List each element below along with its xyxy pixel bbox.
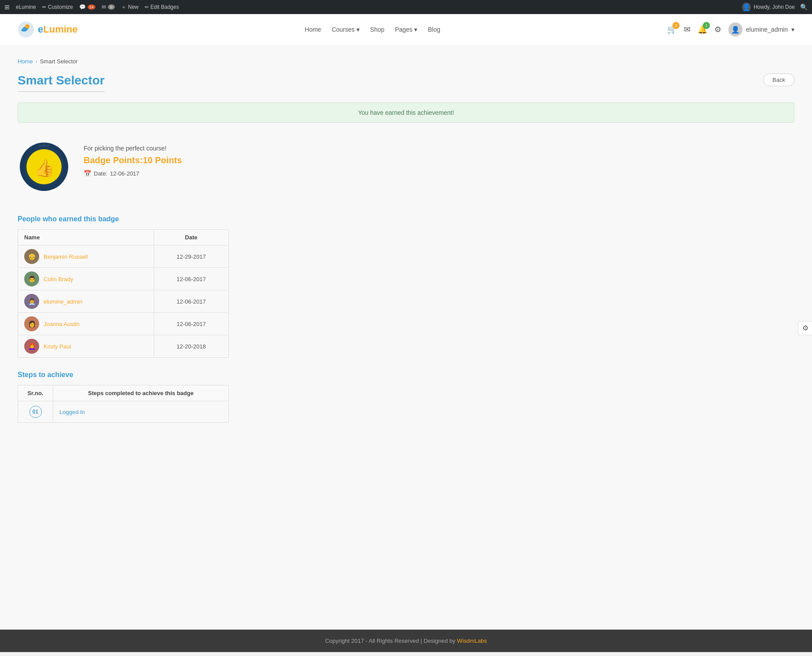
user-avatar: 👨: [24, 271, 39, 286]
back-button[interactable]: Back: [763, 73, 794, 86]
badge-graphic: 👍: [18, 140, 70, 193]
site-header: eLumine Home Courses ▾ Shop Pages ▾ Blog…: [0, 14, 812, 45]
table-row: 👨 Colin Brady 12-06-2017: [18, 268, 229, 290]
user-dropdown-icon: ▾: [791, 26, 794, 33]
badge-info: For picking the perfect course! Badge Po…: [84, 140, 794, 177]
user-name-link[interactable]: Joanna Austin: [44, 321, 80, 327]
cart-button[interactable]: 🛒 3: [667, 25, 677, 34]
floating-settings-button[interactable]: ⚙: [798, 321, 812, 335]
breadcrumb: Home › Smart Selector: [18, 58, 794, 65]
admin-site-name[interactable]: eLumine: [16, 4, 36, 10]
user-avatar: 👴: [24, 249, 39, 264]
logo-text: eLumine: [38, 24, 77, 35]
nav-blog[interactable]: Blog: [428, 26, 440, 33]
row-date: 12-29-2017: [154, 246, 228, 268]
people-section-title: People who earned this badge: [18, 215, 794, 223]
notifications-button[interactable]: 🔔 1: [698, 25, 707, 34]
row-date: 12-06-2017: [154, 313, 228, 335]
main-nav: Home Courses ▾ Shop Pages ▾ Blog: [305, 26, 440, 33]
notifications-badge: 1: [703, 22, 710, 29]
user-cell: 👩‍🦰 Kristy Paul: [24, 339, 147, 354]
user-cell: 👨 Colin Brady: [24, 271, 147, 286]
admin-new[interactable]: ＋ New: [121, 4, 139, 11]
col-date: Date: [154, 230, 228, 246]
table-row: 👨‍💼 elumine_admin 12-06-2017: [18, 290, 229, 313]
wp-icon: ⊞: [4, 4, 10, 11]
breadcrumb-separator: ›: [36, 59, 37, 65]
step-number: 01: [29, 406, 42, 418]
admin-edit-badges[interactable]: ✏ Edit Badges: [145, 4, 179, 10]
table-row: 👩 Joanna Austin 12-06-2017: [18, 313, 229, 335]
breadcrumb-home[interactable]: Home: [18, 58, 33, 65]
user-menu[interactable]: 👤 elumine_admin ▾: [728, 22, 794, 37]
admin-howdy[interactable]: 👤 Howdy, John Doe: [742, 3, 795, 11]
badge-section: 👍 For picking the perfect course! Badge …: [18, 132, 794, 202]
step-link[interactable]: Logged In: [59, 409, 85, 415]
steps-section: Steps to achieve Sr.no. Steps completed …: [18, 371, 794, 423]
admin-messages[interactable]: ✉ 0: [102, 4, 115, 10]
user-name-link[interactable]: Benjamin Russell: [44, 253, 88, 260]
user-name-link[interactable]: Kristy Paul: [44, 343, 71, 350]
nav-courses[interactable]: Courses ▾: [332, 26, 360, 33]
user-name-link[interactable]: elumine_admin: [44, 298, 82, 305]
user-avatar: 👩: [24, 316, 39, 331]
row-date: 12-06-2017: [154, 268, 228, 290]
col-srno: Sr.no.: [18, 385, 53, 401]
user-avatar: 👩‍🦰: [24, 339, 39, 354]
user-name: elumine_admin: [746, 26, 788, 33]
table-row: 👩‍🦰 Kristy Paul 12-20-2018: [18, 335, 229, 358]
footer-text: Copyright 2017 - All Rights Reserved | D…: [325, 638, 457, 644]
nav-actions: 🛒 3 ✉ 🔔 1 ⚙ 👤 elumine_admin ▾: [667, 22, 794, 37]
badge-date: 📅 Date: 12-06-2017: [84, 170, 794, 177]
achievement-banner: You have earned this achievement!: [18, 103, 794, 123]
user-cell: 👩 Joanna Austin: [24, 316, 147, 331]
wp-logo[interactable]: ⊞: [4, 4, 10, 11]
site-logo[interactable]: eLumine: [18, 21, 77, 38]
mail-button[interactable]: ✉: [684, 25, 691, 34]
user-cell: 👨‍💼 elumine_admin: [24, 294, 147, 309]
main-content: Home › Smart Selector Smart Selector Bac…: [0, 45, 812, 630]
badge-points: Badge Points:10 Points: [84, 155, 794, 165]
nav-home[interactable]: Home: [305, 26, 321, 33]
wp-admin-bar: ⊞ eLumine ✏ Customize 💬 24 ✉ 0 ＋ New ✏ E…: [0, 0, 812, 14]
row-date: 12-20-2018: [154, 335, 228, 358]
row-date: 12-06-2017: [154, 290, 228, 313]
admin-comments[interactable]: 💬 24: [79, 4, 96, 10]
user-avatar: 👤: [728, 22, 742, 37]
col-name: Name: [18, 230, 154, 246]
people-section: People who earned this badge Name Date 👴…: [18, 215, 794, 358]
user-cell: 👴 Benjamin Russell: [24, 249, 147, 264]
col-steps: Steps completed to achieve this badge: [53, 385, 229, 401]
svg-point-1: [25, 24, 29, 29]
table-row: 👴 Benjamin Russell 12-29-2017: [18, 246, 229, 268]
admin-customize[interactable]: ✏ Customize: [42, 4, 73, 10]
badge-subtitle: For picking the perfect course!: [84, 145, 794, 152]
svg-text:👍: 👍: [34, 158, 55, 178]
nav-pages[interactable]: Pages ▾: [395, 26, 418, 33]
courses-dropdown-icon: ▾: [356, 26, 360, 33]
page-title: Smart Selector: [18, 73, 105, 92]
steps-table: Sr.no. Steps completed to achieve this b…: [18, 385, 229, 423]
calendar-icon: 📅: [84, 170, 91, 177]
page-title-row: Smart Selector Back: [18, 73, 794, 92]
footer-brand[interactable]: WisdmLabs: [457, 638, 487, 644]
user-name-link[interactable]: Colin Brady: [44, 276, 73, 282]
cart-badge: 3: [672, 22, 680, 29]
table-row: 01 Logged In: [18, 401, 229, 423]
nav-shop[interactable]: Shop: [370, 26, 385, 33]
steps-section-title: Steps to achieve: [18, 371, 794, 379]
breadcrumb-current: Smart Selector: [40, 58, 78, 65]
pages-dropdown-icon: ▾: [414, 26, 417, 33]
admin-search-icon[interactable]: 🔍: [800, 4, 808, 11]
user-avatar: 👨‍💼: [24, 294, 39, 309]
people-table: Name Date 👴 Benjamin Russell 12-29-2017: [18, 229, 229, 358]
site-footer: Copyright 2017 - All Rights Reserved | D…: [0, 630, 812, 652]
settings-button[interactable]: ⚙: [714, 25, 721, 34]
